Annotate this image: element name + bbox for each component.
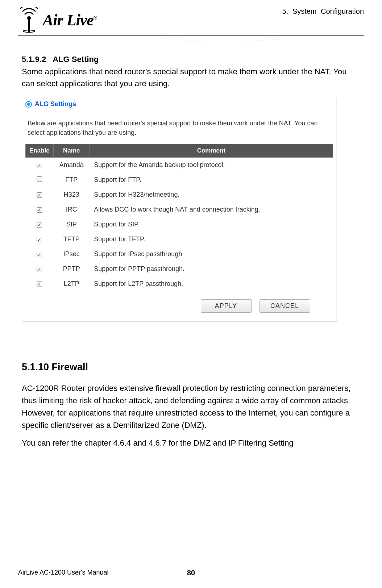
row-name: H323 [53,187,90,202]
row-name: TFTP [53,232,90,247]
table-row: FTPSupport for FTP. [26,172,333,187]
enable-checkbox[interactable] [37,163,42,168]
row-comment: Support for TFTP. [90,232,333,247]
enable-checkbox[interactable] [37,222,42,228]
decor-swoosh [18,38,364,45]
row-comment: Support for the Amanda backup tool proto… [90,158,333,173]
table-row: AmandaSupport for the Amanda backup tool… [26,158,333,173]
table-row: IPsecSupport for IPsec passthrough [26,247,333,262]
enable-checkbox[interactable] [37,176,42,182]
enable-checkbox[interactable] [37,237,42,242]
row-comment: Support for L2TP passthrough. [90,276,333,291]
enable-checkbox[interactable] [37,207,42,213]
row-name: SIP [53,217,90,232]
enable-checkbox[interactable] [37,267,42,272]
alg-intro-paragraph: Some applications that need router's spe… [22,66,360,89]
table-row: TFTPSupport for TFTP. [26,232,333,247]
enable-checkbox[interactable] [37,192,42,198]
enable-checkbox[interactable] [37,282,42,287]
col-name: Name [53,144,90,158]
row-name: PPTP [53,262,90,276]
screenshot-title: ALG Settings [35,100,76,108]
logo-signal-icon [18,7,40,33]
chapter-label: 5. System Configuration [282,7,364,16]
alg-table: Enable Name Comment AmandaSupport for th… [25,144,333,291]
header-divider [18,36,364,36]
alg-section-heading: 5.1.9.2ALG Setting [22,55,360,64]
alg-settings-screenshot: ALG Settings Below are applications that… [22,98,337,322]
row-comment: Support for PPTP passthrough. [90,262,333,276]
table-row: L2TPSupport for L2TP passthrough. [26,276,333,291]
col-comment: Comment [90,144,333,158]
svg-point-0 [27,16,31,20]
cancel-button[interactable]: CANCEL [259,299,310,313]
page-footer: AirLive AC-1200 User's Manual 80 [18,569,364,576]
table-row: H323Support for H323/netmeeting. [26,187,333,202]
row-name: L2TP [53,276,90,291]
row-name: FTP [53,172,90,187]
table-row: PPTPSupport for PPTP passthrough. [26,262,333,276]
row-comment: Support for FTP. [90,172,333,187]
firewall-paragraph-2: You can refer the chapter 4.6.4 and 4.6.… [22,437,360,449]
bullet-icon [25,101,32,108]
footer-manual-title: AirLive AC-1200 User's Manual [18,569,109,576]
apply-button[interactable]: APPLY [201,299,252,313]
screenshot-intro: Below are applications that need router'… [22,113,337,141]
row-name: IPsec [53,247,90,262]
brand-logo: Air Live® [18,7,97,33]
row-comment: Support for H323/netmeeting. [90,187,333,202]
firewall-heading: 5.1.10 Firewall [22,362,360,373]
row-name: IRC [53,202,90,217]
logo-text: Air Live® [43,11,97,29]
row-name: Amanda [53,158,90,173]
col-enable: Enable [26,144,54,158]
firewall-paragraph-1: AC-1200R Router provides extensive firew… [22,382,360,431]
table-row: IRCAllows DCC to work though NAT and con… [26,202,333,217]
row-comment: Support for IPsec passthrough [90,247,333,262]
table-row: SIPSupport for SIP. [26,217,333,232]
row-comment: Allows DCC to work though NAT and connec… [90,202,333,217]
page-number: 80 [187,569,195,577]
row-comment: Support for SIP. [90,217,333,232]
enable-checkbox[interactable] [37,252,42,257]
